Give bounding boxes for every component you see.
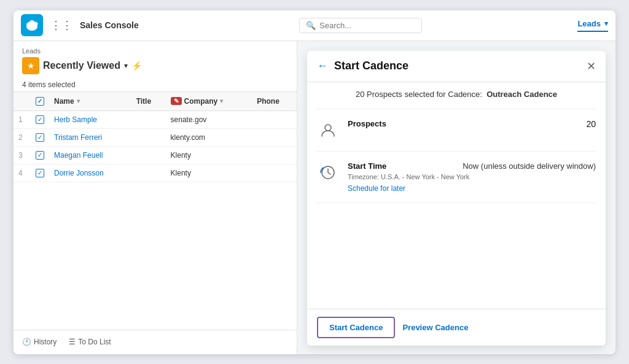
cadence-name: Outreach Cadence — [486, 90, 557, 99]
row-num: 3 — [14, 146, 31, 164]
prospects-row: Prospects 20 — [317, 109, 596, 152]
start-cadence-button[interactable]: Start Cadence — [317, 317, 395, 338]
time-header: Start Time Now (unless outside delivery … — [348, 161, 596, 171]
select-all-checkbox[interactable] — [36, 97, 44, 106]
leads-tab-label: Leads — [577, 19, 601, 28]
row-name: Maegan Feuell — [49, 146, 131, 164]
prospects-value: 20 — [586, 119, 596, 129]
left-panel-header: Leads ★ Recently Viewed ▾ ⚡ — [14, 41, 297, 78]
row-title — [131, 128, 166, 146]
row-checkbox[interactable] — [31, 146, 49, 164]
salesforce-logo — [21, 14, 43, 36]
schedule-later-link[interactable]: Schedule for later — [348, 184, 405, 193]
row-phone — [252, 128, 297, 146]
col-title: Title — [131, 92, 166, 111]
view-title-dropdown[interactable]: ▾ — [124, 61, 128, 70]
row-checkbox[interactable] — [31, 128, 49, 146]
view-title: ★ Recently Viewed ▾ ⚡ — [22, 57, 288, 74]
table-wrapper: Name ▾ Title ✎ — [14, 92, 297, 330]
modal-body: 20 Prospects selected for Cadence: Outre… — [307, 82, 606, 309]
main-content: Leads ★ Recently Viewed ▾ ⚡ 4 items sele… — [14, 41, 615, 354]
svg-point-3 — [29, 20, 34, 24]
grid-icon[interactable]: ⋮⋮ — [50, 18, 72, 32]
row-phone — [252, 110, 297, 128]
sort-company-icon[interactable]: ▾ — [220, 98, 223, 104]
search-icon: 🔍 — [306, 21, 316, 30]
row-name: Dorrie Jonsson — [49, 164, 131, 182]
prospects-label: Prospects — [348, 119, 386, 128]
modal-title: Start Cadence — [334, 60, 580, 72]
view-title-text: Recently Viewed — [43, 60, 120, 71]
prospects-icon — [317, 119, 339, 141]
col-name: Name ▾ — [49, 92, 131, 111]
row-checkbox[interactable] — [31, 110, 49, 128]
row-phone — [252, 146, 297, 164]
row-title — [131, 164, 166, 182]
lead-name-link[interactable]: Tristam Ferreri — [54, 133, 102, 142]
row-num: 1 — [14, 110, 31, 128]
todo-icon: ☰ — [69, 338, 76, 346]
search-box: 🔍 — [299, 18, 422, 33]
prospects-content: Prospects 20 — [348, 119, 596, 129]
leads-tab[interactable]: Leads ▾ — [577, 19, 608, 32]
svg-point-4 — [325, 125, 331, 131]
row-name: Tristam Ferreri — [49, 128, 131, 146]
left-footer: 🕐 History ☰ To Do List — [14, 330, 297, 354]
row-checkbox[interactable] — [31, 164, 49, 182]
col-company: ✎ Company ▾ — [166, 92, 252, 111]
lead-name-link[interactable]: Maegan Feuell — [54, 151, 103, 160]
modal-footer: Start Cadence Preview Cadence — [307, 309, 606, 346]
start-time-label: Start Time — [348, 161, 386, 171]
row-company: Klenty — [166, 146, 252, 164]
table-row: 1 Herb Sample senate.gov — [14, 110, 297, 128]
row-name: Herb Sample — [49, 110, 131, 128]
star-icon: ★ — [22, 57, 39, 74]
lightning-icon[interactable]: ⚡ — [131, 61, 142, 71]
breadcrumb: Leads — [22, 47, 288, 55]
prospects-info-bar: 20 Prospects selected for Cadence: Outre… — [317, 82, 596, 109]
row-num: 2 — [14, 128, 31, 146]
timezone-label: Timezone: U.S.A. - New York - New York — [348, 173, 469, 180]
search-input[interactable] — [319, 21, 415, 30]
start-time-row: Start Time Now (unless outside delivery … — [317, 152, 596, 203]
start-time-content: Start Time Now (unless outside delivery … — [348, 161, 596, 193]
preview-cadence-button[interactable]: Preview Cadence — [402, 323, 468, 332]
row-company: senate.gov — [166, 110, 252, 128]
chevron-down-icon: ▾ — [604, 20, 608, 28]
leads-table: Name ▾ Title ✎ — [14, 92, 297, 182]
table-row: 4 Dorrie Jonsson Klenty — [14, 164, 297, 182]
modal-back-button[interactable]: ← — [317, 60, 328, 72]
history-button[interactable]: 🕐 History — [22, 338, 57, 346]
todo-label: To Do List — [78, 338, 111, 346]
history-label: History — [34, 338, 57, 346]
app-title: Sales Console — [80, 20, 139, 30]
col-check — [31, 92, 49, 111]
row-title — [131, 146, 166, 164]
todo-button[interactable]: ☰ To Do List — [69, 338, 111, 346]
right-panel: ← Start Cadence ✕ 20 Prospects selected … — [297, 41, 615, 354]
history-icon: 🕐 — [22, 338, 31, 346]
row-phone — [252, 164, 297, 182]
row-num: 4 — [14, 164, 31, 182]
row-company: klenty.com — [166, 128, 252, 146]
company-badge: ✎ — [171, 97, 182, 105]
top-nav: ⋮⋮ Sales Console 🔍 Leads ▾ — [14, 10, 615, 41]
prospects-bar-text: 20 Prospects selected for Cadence: — [356, 90, 482, 99]
lead-name-link[interactable]: Herb Sample — [54, 115, 97, 124]
app-container: ⋮⋮ Sales Console 🔍 Leads ▾ Leads ★ Recen… — [14, 10, 615, 354]
row-company: Klenty — [166, 164, 252, 182]
table-row: 2 Tristam Ferreri klenty.com — [14, 128, 297, 146]
modal: ← Start Cadence ✕ 20 Prospects selected … — [307, 51, 606, 346]
start-time-icon — [317, 161, 339, 184]
items-selected-label: 4 items selected — [14, 78, 297, 92]
lead-name-link[interactable]: Dorrie Jonsson — [54, 169, 104, 177]
row-title — [131, 110, 166, 128]
left-panel: Leads ★ Recently Viewed ▾ ⚡ 4 items sele… — [14, 41, 297, 354]
col-num — [14, 92, 31, 111]
col-phone: Phone — [252, 92, 297, 111]
start-time-value: Now (unless outside delivery window) — [463, 161, 596, 171]
modal-close-button[interactable]: ✕ — [587, 60, 596, 73]
sort-name-icon[interactable]: ▾ — [77, 98, 80, 104]
table-row: 3 Maegan Feuell Klenty — [14, 146, 297, 164]
nav-search: 🔍 — [151, 18, 571, 33]
